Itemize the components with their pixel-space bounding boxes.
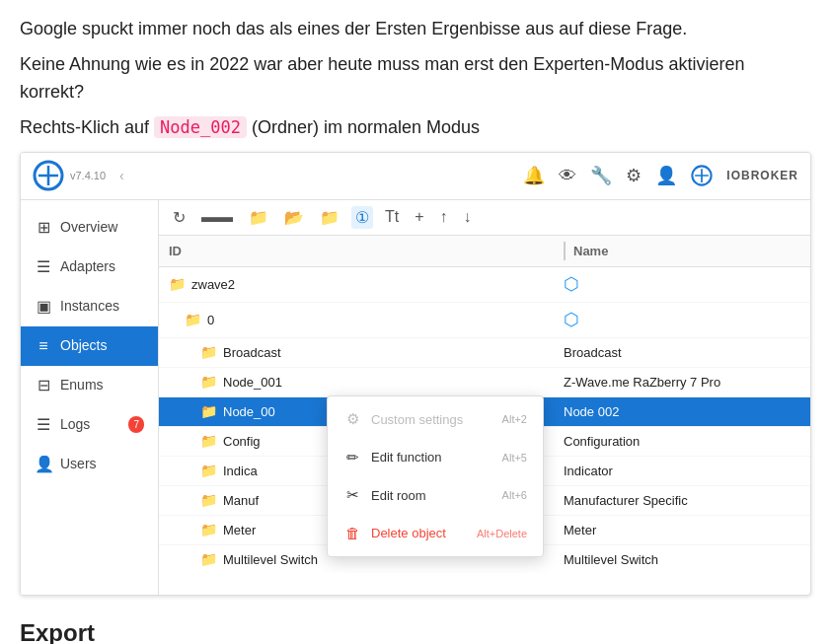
context-menu-delete-object[interactable]: 🗑 Delete object Alt+Delete — [328, 515, 543, 553]
upload-btn[interactable]: ↑ — [436, 206, 452, 228]
settings-icon[interactable]: ⚙ — [626, 163, 642, 189]
row-id-text: Manuf — [223, 491, 259, 511]
intro-line3-suffix-text: (Ordner) im normalen Modus — [252, 117, 480, 137]
eye-icon[interactable]: 👁 — [559, 163, 576, 189]
row-id-text: Broadcast — [223, 343, 281, 363]
bell-icon[interactable]: 🔔 — [523, 163, 545, 189]
sidebar-item-adapters-label: Adapters — [60, 256, 115, 277]
context-menu-edit-room[interactable]: ✂ Edit room Alt+6 — [328, 476, 543, 515]
delete-object-label: Delete object — [371, 524, 446, 543]
intro-line3-prefix: Rechts-Klich auf — [20, 117, 149, 137]
sidebar-item-logs-label: Logs — [60, 414, 90, 435]
row-name-text: Manufacturer Specific — [564, 491, 800, 511]
app-logo — [33, 160, 64, 191]
folder-btn4[interactable]: ① — [351, 206, 373, 229]
sidebar-item-objects[interactable]: ≡ Objects — [21, 326, 158, 366]
row-id-text: Meter — [223, 521, 256, 540]
row-id-text: Indica — [223, 462, 258, 481]
content-area: ↻ ▬▬ 📁 📂 📁 ① Tt + ↑ ↓ ID Name 📁 — [159, 200, 810, 595]
table-row[interactable]: 📁 zwave2 ⬡ — [159, 267, 810, 303]
delete-icon: 🗑 — [343, 523, 361, 545]
row-name-text: Indicator — [564, 462, 800, 481]
table-row[interactable]: 📁 Node_001 Z-Wave.me RaZberry 7 Pro — [159, 368, 810, 397]
wrench-icon[interactable]: 🔧 — [590, 163, 612, 189]
sidebar-item-instances[interactable]: ▣ Instances — [21, 287, 158, 326]
navbar-chevron[interactable]: ‹ — [119, 166, 124, 186]
instances-icon: ▣ — [35, 295, 52, 319]
folder-icon: 📁 — [200, 401, 217, 422]
logs-icon: ☰ — [35, 413, 52, 437]
main-layout: ⊞ Overview ☰ Adapters ▣ Instances ≡ Obje… — [21, 200, 810, 595]
folder-icon: 📁 — [200, 372, 217, 393]
adapters-icon: ☰ — [35, 255, 52, 279]
folder-icon: 📁 — [200, 431, 217, 452]
sidebar-item-overview[interactable]: ⊞ Overview — [21, 208, 158, 248]
delete-object-shortcut: Alt+Delete — [477, 526, 527, 542]
table-row[interactable]: 📁 Broadcast Broadcast — [159, 338, 810, 368]
row-name-text: ⬡ — [564, 307, 800, 333]
row-name-text: Configuration — [564, 432, 800, 452]
intro-line3: Rechts-Klich auf Node_002 (Ordner) im no… — [20, 114, 811, 142]
users-icon: 👤 — [35, 453, 52, 476]
download-btn[interactable]: ↓ — [460, 206, 476, 228]
folder-icon: 📁 — [169, 274, 186, 295]
table-row[interactable]: 📁 0 ⬡ — [159, 303, 810, 338]
sidebar-item-objects-label: Objects — [60, 335, 107, 356]
intro-line1: Google spuckt immer noch das als eines d… — [20, 16, 811, 43]
row-name-text: ⬡ — [564, 271, 800, 298]
grid-btn[interactable]: ▬▬ — [197, 206, 237, 228]
sidebar-item-users[interactable]: 👤 Users — [21, 445, 158, 484]
objects-icon: ≡ — [35, 334, 52, 358]
table-header: ID Name — [159, 236, 810, 268]
context-menu-custom-settings[interactable]: ⚙ Custom settings Alt+2 — [328, 400, 543, 439]
iobroker-logo-icon — [691, 165, 713, 186]
folder-icon: 📁 — [185, 310, 201, 330]
folder-btn1[interactable]: 📁 — [245, 206, 272, 229]
edit-function-label: Edit function — [371, 448, 442, 467]
sidebar: ⊞ Overview ☰ Adapters ▣ Instances ≡ Obje… — [21, 200, 159, 595]
navbar-version: v7.4.10 — [70, 168, 106, 184]
enums-icon: ⊟ — [35, 374, 52, 397]
custom-settings-shortcut: Alt+2 — [502, 411, 527, 428]
row-id-text: zwave2 — [191, 275, 235, 295]
edit-room-label: Edit room — [371, 486, 426, 506]
sidebar-item-logs[interactable]: ☰ Logs 7 — [21, 405, 158, 445]
row-id-text: Node_00 — [223, 402, 275, 422]
row-id-text: Multilevel Switch — [223, 550, 318, 570]
sidebar-item-enums-label: Enums — [60, 375, 104, 395]
folder-icon: 📁 — [200, 490, 217, 511]
overview-icon: ⊞ — [35, 216, 52, 240]
col-header-id: ID — [169, 242, 564, 261]
table-rows: 📁 zwave2 ⬡ 📁 0 ⬡ — [159, 267, 810, 573]
context-menu-edit-function[interactable]: ✏ Edit function Alt+5 — [328, 439, 543, 477]
folder-icon: 📁 — [200, 461, 217, 481]
row-name-text: Broadcast — [564, 343, 800, 363]
row-name-text: Node 002 — [564, 402, 800, 422]
sidebar-item-overview-label: Overview — [60, 217, 117, 238]
custom-settings-icon: ⚙ — [343, 408, 361, 431]
edit-room-shortcut: Alt+6 — [502, 487, 527, 504]
sidebar-item-users-label: Users — [60, 454, 97, 474]
refresh-btn[interactable]: ↻ — [169, 206, 189, 229]
navbar: v7.4.10 ‹ 🔔 👁 🔧 ⚙ 👤 IOBROKER — [21, 153, 810, 200]
sidebar-item-adapters[interactable]: ☰ Adapters — [21, 248, 158, 287]
row-id-text: 0 — [207, 311, 214, 330]
intro-line2: Keine Ahnung wie es in 2022 war aber heu… — [20, 51, 811, 107]
text-btn[interactable]: Tt — [381, 206, 403, 228]
row-name-text: Z-Wave.me RaZberry 7 Pro — [564, 373, 800, 393]
person-icon[interactable]: 👤 — [655, 163, 677, 189]
toolbar: ↻ ▬▬ 📁 📂 📁 ① Tt + ↑ ↓ — [159, 200, 810, 236]
context-menu: ⚙ Custom settings Alt+2 ✏ Edit function … — [327, 395, 544, 557]
row-name-text: Meter — [564, 521, 800, 540]
row-id-text: Config — [223, 432, 261, 452]
sidebar-item-enums[interactable]: ⊟ Enums — [21, 366, 158, 405]
app-container: v7.4.10 ‹ 🔔 👁 🔧 ⚙ 👤 IOBROKER ⊞ Overview — [20, 152, 811, 596]
folder-btn2[interactable]: 📂 — [280, 206, 308, 229]
custom-settings-label: Custom settings — [371, 410, 463, 430]
navbar-icons: 🔔 👁 🔧 ⚙ 👤 IOBROKER — [523, 163, 798, 189]
export-heading: Export — [20, 615, 811, 644]
logs-badge: 7 — [128, 416, 144, 433]
folder-btn3[interactable]: 📁 — [316, 206, 343, 229]
add-btn[interactable]: + — [411, 206, 427, 228]
edit-room-icon: ✂ — [343, 484, 361, 507]
